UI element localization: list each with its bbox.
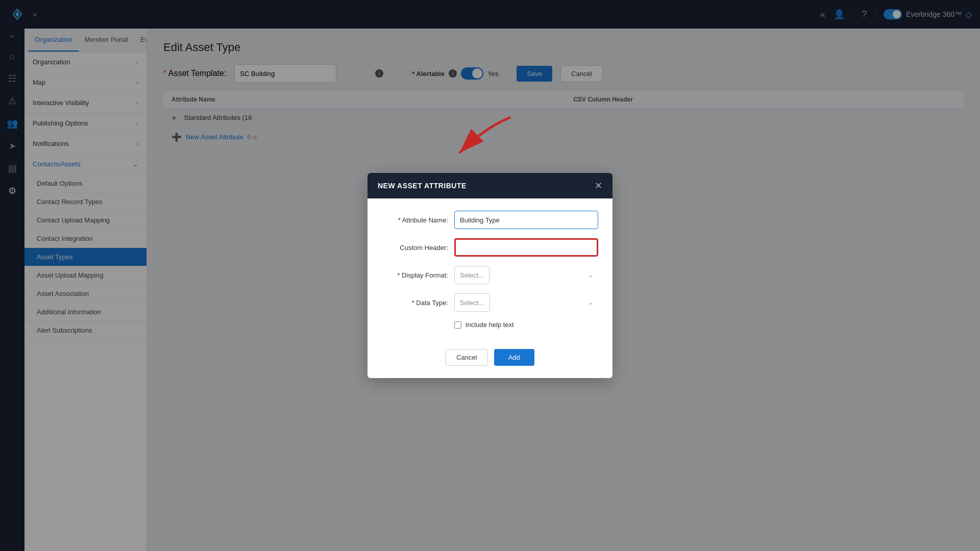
data-type-field: * Data Type: Select... String Integer Bo… [382,293,598,312]
data-type-arrow: ⌄ [588,299,593,306]
data-type-row: * Data Type: Select... String Integer Bo… [382,293,598,312]
data-type-label: * Data Type: [382,299,448,307]
data-type-select[interactable]: Select... String Integer Boolean Date [454,293,490,312]
display-format-wrapper: Select... Text Number Date ⌄ [454,266,598,284]
custom-header-field: Custom Header: [382,238,598,257]
display-format-select[interactable]: Select... Text Number Date [454,266,489,284]
custom-header-input[interactable] [454,238,598,257]
display-format-label: * Display Format: [382,271,448,279]
modal-overlay: NEW ASSET ATTRIBUTE ✕ * Attribute Name: … [0,0,980,551]
include-help-text-checkbox[interactable] [454,321,461,329]
include-help-text-row: Include help text [454,321,598,329]
modal-add-button[interactable]: Add [494,349,534,366]
attribute-name-field: * Attribute Name: [382,211,598,229]
attribute-name-label: * Attribute Name: [382,216,448,224]
modal-footer: Cancel Add [368,341,612,378]
modal-body: * Attribute Name: Custom Header: * Displ… [368,198,612,341]
display-format-field: * Display Format: Select... Text Number … [382,266,598,284]
include-help-text-label: Include help text [465,321,514,329]
display-format-row: * Display Format: Select... Text Number … [382,266,598,284]
modal: NEW ASSET ATTRIBUTE ✕ * Attribute Name: … [368,173,612,378]
modal-close-button[interactable]: ✕ [595,180,602,191]
modal-header: NEW ASSET ATTRIBUTE ✕ [368,173,612,198]
custom-header-label: Custom Header: [382,244,448,252]
attribute-name-input[interactable] [454,211,598,229]
display-format-arrow: ⌄ [588,271,593,279]
modal-cancel-button[interactable]: Cancel [446,349,487,366]
modal-title: NEW ASSET ATTRIBUTE [378,182,467,190]
custom-header-row: Custom Header: [382,238,598,257]
attribute-name-row: * Attribute Name: [382,211,598,229]
data-type-wrapper: Select... String Integer Boolean Date ⌄ [454,293,598,312]
